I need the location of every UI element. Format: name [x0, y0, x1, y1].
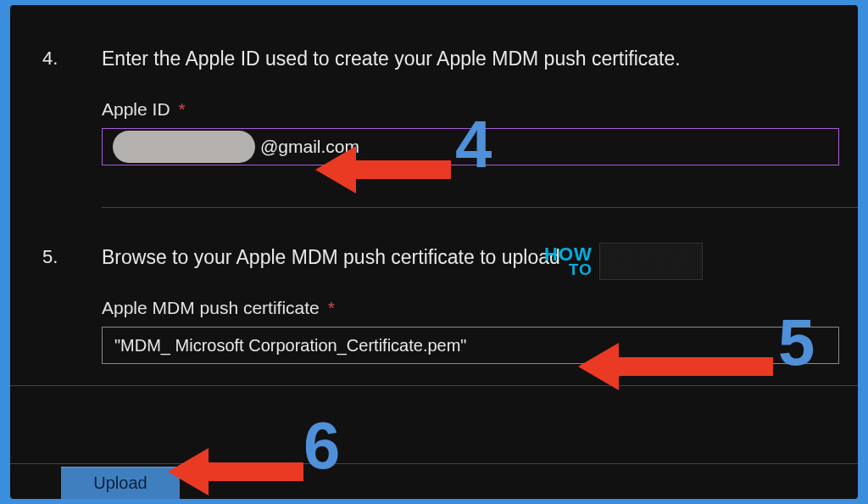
annotation-6: 6	[303, 412, 342, 479]
required-asterisk: *	[178, 99, 185, 119]
upload-button-label: Upload	[93, 473, 147, 493]
redacted-region	[113, 131, 255, 163]
arrow-6	[168, 448, 303, 496]
apple-id-label: Apple ID *	[102, 99, 839, 120]
apple-id-input[interactable]: @gmail.com	[102, 128, 839, 165]
cert-label-text: Apple MDM push certificate	[102, 298, 320, 317]
step-4-text: Enter the Apple ID used to create your A…	[102, 46, 839, 72]
step-4: 4. Enter the Apple ID used to create you…	[42, 46, 839, 165]
divider-1	[102, 207, 858, 208]
step-4-body: Enter the Apple ID used to create your A…	[102, 46, 839, 165]
divider-3	[10, 463, 858, 464]
step-5-number: 5.	[42, 244, 102, 268]
step-5-body: Browse to your Apple MDM push certificat…	[102, 244, 839, 364]
divider-2	[10, 385, 858, 386]
cert-file-value: "MDM_ Microsoft Corporation_Certificate.…	[114, 336, 466, 356]
cert-label: Apple MDM push certificate *	[102, 298, 839, 318]
cert-file-input[interactable]: "MDM_ Microsoft Corporation_Certificate.…	[102, 327, 839, 364]
main-panel: 4. Enter the Apple ID used to create you…	[10, 5, 858, 499]
step-5-text: Browse to your Apple MDM push certificat…	[102, 244, 839, 271]
step-5: 5. Browse to your Apple MDM push certifi…	[42, 244, 839, 364]
apple-id-label-text: Apple ID	[102, 99, 170, 119]
step-4-number: 4.	[42, 46, 102, 70]
apple-id-visible-suffix: @gmail.com	[260, 137, 359, 157]
upload-button[interactable]: Upload	[61, 467, 180, 499]
required-asterisk-2: *	[328, 298, 335, 317]
